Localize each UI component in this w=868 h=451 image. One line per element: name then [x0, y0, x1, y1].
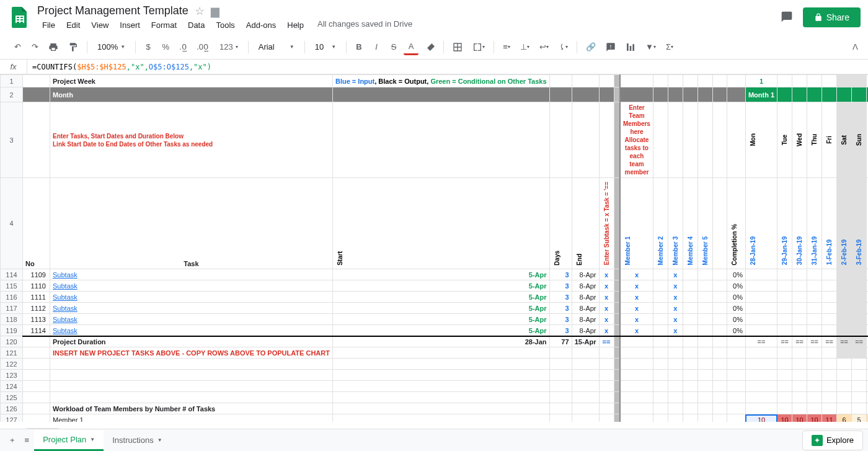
cell[interactable]: 11: [822, 414, 837, 422]
cell[interactable]: [807, 314, 822, 325]
menu-edit[interactable]: Edit: [61, 19, 85, 31]
cell[interactable]: Subtask: [50, 292, 333, 303]
cell[interactable]: [614, 359, 620, 370]
cell[interactable]: [807, 359, 822, 370]
cell[interactable]: [745, 381, 777, 392]
cell[interactable]: Blue = Input, Black = Output, Green = Co…: [332, 75, 549, 87]
comment-button[interactable]: [602, 39, 619, 55]
rotate-button[interactable]: ⤹▾: [555, 39, 572, 55]
cell[interactable]: [807, 370, 822, 381]
row-header[interactable]: 123: [1, 370, 23, 381]
cell[interactable]: [614, 336, 620, 347]
menu-help[interactable]: Help: [282, 19, 309, 31]
cell[interactable]: [822, 87, 837, 102]
cell[interactable]: [332, 359, 549, 370]
cell[interactable]: 28-Jan: [332, 336, 549, 347]
cell[interactable]: x: [668, 292, 683, 303]
increase-decimal-button[interactable]: .00̲: [193, 39, 212, 55]
cell[interactable]: [712, 381, 727, 392]
cell[interactable]: [822, 292, 837, 303]
cell[interactable]: [332, 392, 549, 403]
row-header[interactable]: 126: [1, 403, 23, 414]
cell[interactable]: Completion %: [727, 178, 745, 269]
cell[interactable]: [549, 359, 572, 370]
cell[interactable]: [683, 303, 698, 314]
cell[interactable]: [745, 403, 777, 414]
cell[interactable]: [727, 102, 745, 178]
cell[interactable]: 8-Apr: [572, 280, 599, 292]
cell[interactable]: Month 1: [745, 87, 777, 102]
cell[interactable]: [614, 414, 620, 422]
cell[interactable]: [23, 347, 50, 359]
cell[interactable]: [837, 359, 852, 370]
cell[interactable]: [614, 292, 620, 303]
cell[interactable]: [712, 269, 727, 280]
cell[interactable]: 0%: [727, 314, 745, 325]
cell[interactable]: [852, 269, 867, 280]
comments-icon[interactable]: [781, 11, 793, 25]
cell[interactable]: Enter Tasks, Start Dates and Duration Be…: [50, 102, 333, 178]
cell[interactable]: [653, 359, 668, 370]
cell[interactable]: [668, 102, 683, 178]
cell[interactable]: [745, 392, 777, 403]
cell[interactable]: 10: [792, 414, 807, 422]
cell[interactable]: [712, 280, 727, 292]
cell[interactable]: [332, 347, 549, 359]
cell[interactable]: [23, 359, 50, 370]
cell[interactable]: [23, 381, 50, 392]
cell[interactable]: [549, 87, 572, 102]
explore-button[interactable]: ✦ Explore: [802, 431, 863, 450]
cell[interactable]: [727, 347, 745, 359]
cell[interactable]: [822, 359, 837, 370]
move-folder-icon[interactable]: ▆: [211, 4, 219, 18]
cell[interactable]: [698, 292, 712, 303]
cell[interactable]: [614, 87, 620, 102]
cell[interactable]: [822, 75, 837, 87]
cell[interactable]: Subtask: [50, 280, 333, 292]
cell[interactable]: [777, 403, 792, 414]
cell[interactable]: [712, 102, 727, 178]
cell[interactable]: [807, 280, 822, 292]
cell[interactable]: [653, 403, 668, 414]
cell[interactable]: 1111: [23, 292, 50, 303]
row-header[interactable]: 121: [1, 347, 23, 359]
cell[interactable]: [572, 414, 599, 422]
cell[interactable]: 1114: [23, 325, 50, 336]
cell[interactable]: 8-Apr: [572, 325, 599, 336]
cell[interactable]: [727, 392, 745, 403]
cell[interactable]: [549, 347, 572, 359]
cell[interactable]: 2-Feb-19: [837, 178, 852, 269]
cell[interactable]: [599, 75, 614, 87]
cell[interactable]: [727, 75, 745, 87]
cell[interactable]: [653, 336, 668, 347]
cell[interactable]: [549, 392, 572, 403]
cell[interactable]: [683, 392, 698, 403]
cell[interactable]: Sat: [837, 102, 852, 178]
cell[interactable]: [807, 87, 822, 102]
cell[interactable]: [620, 414, 653, 422]
cell[interactable]: 31-Jan-19: [807, 178, 822, 269]
cell[interactable]: [620, 403, 653, 414]
cell[interactable]: [668, 75, 683, 87]
cell[interactable]: 30-Jan-19: [792, 178, 807, 269]
cell[interactable]: [837, 87, 852, 102]
cell[interactable]: [792, 347, 807, 359]
cell[interactable]: [727, 403, 745, 414]
cell[interactable]: [572, 347, 599, 359]
cell[interactable]: [837, 292, 852, 303]
cell[interactable]: [727, 359, 745, 370]
print-button[interactable]: [45, 39, 62, 55]
cell[interactable]: 10: [777, 414, 792, 422]
cell[interactable]: [653, 414, 668, 422]
row-header[interactable]: 122: [1, 359, 23, 370]
cell[interactable]: [712, 359, 727, 370]
row-header[interactable]: 3: [1, 102, 23, 178]
cell[interactable]: [837, 269, 852, 280]
cell[interactable]: [822, 314, 837, 325]
row-header[interactable]: 117: [1, 303, 23, 314]
cell[interactable]: ==: [852, 336, 867, 347]
cell[interactable]: Member 1: [620, 178, 653, 269]
cell[interactable]: 0%: [727, 269, 745, 280]
cell[interactable]: [792, 325, 807, 336]
cell[interactable]: [698, 102, 712, 178]
